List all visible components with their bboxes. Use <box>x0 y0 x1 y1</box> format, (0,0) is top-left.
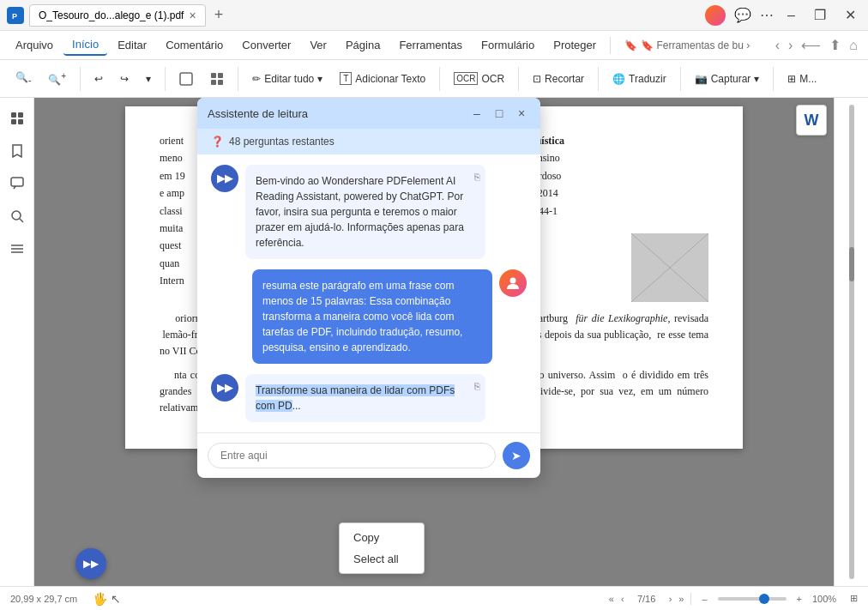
zoom-out-icon: 🔍- <box>15 71 31 85</box>
nav-upload-icon[interactable]: ⬆ <box>826 37 844 53</box>
hand-tool-icon[interactable]: 🖐 <box>93 592 107 606</box>
zoom-in-status-btn[interactable]: + <box>793 594 805 604</box>
breadcrumb-text[interactable]: 🔖 Ferramentas de bu › <box>641 39 750 51</box>
dialog-maximize-btn[interactable]: □ <box>491 105 508 122</box>
sidebar-layers-icon[interactable] <box>3 235 31 263</box>
nav-home-icon[interactable]: ⌂ <box>846 38 861 53</box>
capture-btn[interactable]: 📷 Capturar ▾ <box>688 69 767 88</box>
sidebar-bookmark-icon[interactable] <box>3 137 31 165</box>
translate-icon: 🌐 <box>612 73 625 85</box>
fit-page-btn[interactable]: ⊞ <box>850 593 858 604</box>
page-nav-first[interactable]: « <box>609 594 614 604</box>
main-layout: orientmenoem 19e ampclassimuitaquestquan… <box>0 98 868 586</box>
status-bar: 20,99 x 29,7 cm 🖐 ↖ « ‹ 7/16 › » – + 100… <box>0 586 868 610</box>
left-sidebar <box>0 98 34 586</box>
menu-proteger[interactable]: Proteger <box>545 35 605 55</box>
bot-icon: ▶▶ <box>217 172 232 184</box>
zoom-in-btn[interactable]: 🔍+ <box>41 68 73 89</box>
menu-pagina[interactable]: Página <box>337 35 389 55</box>
menu-ferramentas[interactable]: Ferramentas <box>390 35 471 55</box>
menu-formulario[interactable]: Formulário <box>473 35 543 55</box>
toolbar-sep7 <box>680 67 681 91</box>
bottom-assistant-btn[interactable]: ▶▶ <box>75 548 106 579</box>
context-menu-copy[interactable]: Copy <box>340 527 424 548</box>
context-menu-select-all[interactable]: Select all <box>340 548 424 570</box>
pdf-area: orientmenoem 19e ampclassimuitaquestquan… <box>34 98 834 586</box>
pdf-tab[interactable]: O_Tesouro_do...alego_e (1).pdf × <box>29 4 206 27</box>
zoom-slider[interactable] <box>718 597 787 601</box>
menu-inicio[interactable]: Início <box>63 34 107 56</box>
send-button[interactable]: ➤ <box>503 442 530 469</box>
book-cover-image <box>631 233 708 302</box>
copy-btn-2[interactable]: ⎘ <box>474 379 480 394</box>
more-tools-btn[interactable]: ⊞ M... <box>781 69 823 88</box>
more-btn[interactable]: ⋯ <box>760 7 774 23</box>
copy-btn-1[interactable]: ⎘ <box>474 170 480 184</box>
scrollbar-track[interactable] <box>849 105 854 579</box>
dialog-minimize-btn[interactable]: – <box>468 105 485 122</box>
app-icon: P <box>7 7 24 24</box>
minimize-btn[interactable]: – <box>782 6 800 25</box>
redo-btn[interactable]: ↪ <box>113 69 136 88</box>
bot-icon-2: ▶▶ <box>217 382 232 394</box>
dialog-close-btn[interactable]: × <box>513 105 530 122</box>
title-bar-left: P O_Tesouro_do...alego_e (1).pdf × + <box>7 4 698 27</box>
toolbar: 🔍- 🔍+ ↩ ↪ ▾ ✏ Editar tudo ▾ T Adicionar … <box>0 60 868 98</box>
word-w-icon: W <box>805 112 819 130</box>
page-nav-last[interactable]: » <box>678 594 684 604</box>
nav-right-icon[interactable]: › <box>785 38 796 53</box>
bot-avatar-2: ▶▶ <box>211 374 238 402</box>
zoom-out-status-btn[interactable]: – <box>698 594 710 604</box>
user-avatar-title[interactable] <box>705 5 726 26</box>
edit-text-btn[interactable]: ✏ Editar tudo ▾ <box>245 69 329 88</box>
bot-bubble-2: Transforme sua maneira de lidar com PDFs… <box>245 374 485 422</box>
word-export-icon[interactable]: W <box>796 105 827 136</box>
select-mode-btn[interactable] <box>172 69 200 89</box>
dialog-title: Assistente de leitura <box>208 107 468 120</box>
svg-rect-2 <box>180 73 192 85</box>
translate-btn[interactable]: 🌐 Traduzir <box>606 69 673 88</box>
capture-dropdown-icon: ▾ <box>754 73 759 85</box>
ocr-btn[interactable]: OCR OCR <box>447 69 511 88</box>
page-nav-prev[interactable]: ‹ <box>621 594 624 604</box>
reading-assistant-dialog: Assistente de leitura – □ × ❓ 48 pergunt… <box>197 98 540 478</box>
status-sep1 <box>690 593 691 605</box>
undo-btn[interactable]: ↩ <box>87 69 110 88</box>
close-btn[interactable]: ✕ <box>840 5 861 25</box>
zoom-thumb[interactable] <box>759 594 769 604</box>
menu-converter[interactable]: Converter <box>233 35 299 55</box>
camera-icon: 📷 <box>695 73 708 85</box>
nav-back-icon[interactable]: ⟵ <box>798 37 824 53</box>
menu-arquivo[interactable]: Arquivo <box>7 35 62 55</box>
sidebar-home-icon[interactable] <box>3 105 31 132</box>
title-bar: P O_Tesouro_do...alego_e (1).pdf × + 💬 ⋯… <box>0 0 868 31</box>
scrollbar-thumb[interactable] <box>849 247 854 281</box>
menu-divider <box>610 37 611 54</box>
view-mode-btn[interactable] <box>203 69 231 89</box>
menu-ver[interactable]: Ver <box>301 35 335 55</box>
nav-left-icon[interactable]: ‹ <box>772 38 783 53</box>
sidebar-comment-icon[interactable] <box>3 170 31 197</box>
pointer-tool-icon[interactable]: ↖ <box>111 592 121 606</box>
chat-btn[interactable]: 💬 <box>734 7 751 23</box>
new-tab-btn[interactable]: + <box>211 6 227 24</box>
selected-bot-text[interactable]: Transforme sua maneira de lidar com PDFs… <box>256 384 455 412</box>
dropdown-btn[interactable]: ▾ <box>139 69 158 88</box>
breadcrumb: 🔖 🔖 Ferramentas de bu › <box>624 39 770 51</box>
svg-point-12 <box>12 211 21 220</box>
crop-btn[interactable]: ⊡ Recortar <box>526 69 591 88</box>
page-nav-next[interactable]: › <box>669 594 672 604</box>
questions-remaining: 48 perguntas restantes <box>229 136 335 148</box>
page-info: 7/16 <box>631 594 662 604</box>
menu-comentario[interactable]: Comentário <box>157 35 232 55</box>
zoom-out-btn[interactable]: 🔍- <box>9 68 38 88</box>
chat-input-field[interactable] <box>208 443 496 468</box>
sidebar-search-icon[interactable] <box>3 202 31 230</box>
tab-close-btn[interactable]: × <box>189 9 196 22</box>
status-right: « ‹ 7/16 › » – + 100% ⊞ <box>609 593 858 605</box>
maximize-btn[interactable]: ❐ <box>809 5 831 25</box>
send-icon: ➤ <box>511 449 521 462</box>
menu-editar[interactable]: Editar <box>109 35 155 55</box>
add-text-btn[interactable]: T Adicionar Texto <box>333 69 432 88</box>
page-size-label: 20,99 x 29,7 cm <box>10 594 77 604</box>
